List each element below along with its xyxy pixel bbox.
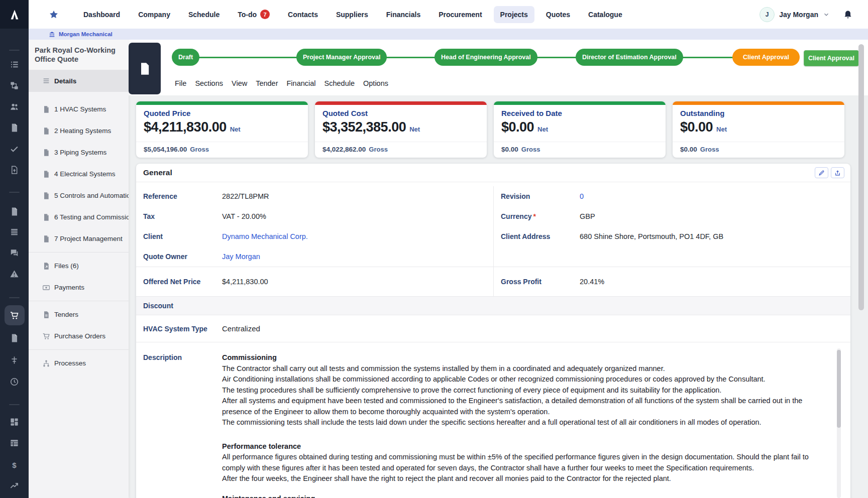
sidebar-item-section-4[interactable]: 4 Electrical Systems [29, 163, 129, 185]
quote-sidebar: Park Royal Co-Working Office Quote Detai… [29, 40, 129, 498]
sidebar-item-tenders[interactable]: Tenders [29, 304, 129, 325]
menu-financial[interactable]: Financial [287, 79, 316, 87]
menu-options[interactable]: Options [363, 79, 388, 87]
nav-procurement[interactable]: Procurement [432, 6, 488, 23]
workflow-stage-client-approval[interactable]: Client Approval [732, 49, 800, 66]
menu-schedule[interactable]: Schedule [324, 79, 355, 87]
breadcrumb[interactable]: Morgan Mechanical [49, 31, 113, 38]
workflow-stage-estimation-approval[interactable]: Director of Estimation Approval [576, 49, 683, 66]
list-icon[interactable] [0, 55, 29, 73]
net-value: $3,352,385.00 [322, 119, 406, 135]
sidebar-item-details[interactable]: Details [29, 70, 129, 92]
cart-icon-active[interactable] [0, 306, 29, 324]
notifications-bell-icon[interactable] [843, 10, 853, 20]
nav-suppliers[interactable]: Suppliers [330, 6, 375, 23]
nav-todo[interactable]: To-do7 [231, 5, 276, 24]
flow-icon [42, 359, 51, 367]
client-approval-button[interactable]: Client Approval [804, 50, 859, 66]
sidebar-item-processes[interactable]: Processes [29, 352, 129, 374]
doc-icon [42, 105, 51, 113]
sitemap-icon[interactable] [0, 76, 29, 94]
rail-divider [9, 50, 20, 51]
sliders-icon[interactable] [0, 351, 29, 369]
sidebar-item-section-1[interactable]: 1 HVAC Systems [29, 98, 129, 120]
description-scrollbar-thumb[interactable] [837, 350, 841, 428]
nav-projects[interactable]: Projects [494, 6, 534, 23]
chevron-down-icon [823, 11, 830, 18]
check-icon[interactable] [0, 140, 29, 158]
document3-icon[interactable] [0, 329, 29, 347]
favorite-star-icon[interactable] [49, 10, 59, 20]
document-icon [138, 60, 152, 77]
hamburger-icon [42, 77, 51, 85]
kpi-quoted-price: Quoted Price $4,211,830.00Net $5,054,196… [136, 101, 308, 158]
users-icon[interactable] [0, 97, 29, 115]
gross-value: $4,022,862.00 [322, 146, 366, 153]
chat-icon[interactable] [0, 243, 29, 262]
sidebar-item-section-6[interactable]: 6 Testing and Commissioning [29, 206, 129, 228]
nav-dashboard[interactable]: Dashboard [77, 6, 127, 23]
sidebar-divider [29, 301, 129, 301]
main-nav: Dashboard Company Schedule To-do7 Contac… [77, 5, 629, 24]
doc-icon [42, 192, 51, 200]
nav-catalogue[interactable]: Catalogue [582, 6, 629, 23]
field-offered-net-price: Offered Net Price$4,211,830.00 [136, 267, 493, 296]
page-scrollbar-thumb[interactable] [858, 44, 864, 310]
user-name: Jay Morgan [779, 11, 818, 19]
cart-icon [42, 332, 51, 340]
menu-tender[interactable]: Tender [256, 79, 278, 87]
workflow-stage-draft[interactable]: Draft [172, 49, 199, 66]
general-card: General Reference2822/TL8PMR TaxVAT - 20… [136, 164, 850, 498]
todo-badge: 7 [260, 10, 270, 19]
trend-icon[interactable] [0, 476, 29, 494]
edit-button[interactable] [815, 167, 828, 178]
kpi-outstanding: Outstanding $0.00Net $0.00Gross [673, 101, 844, 158]
user-menu[interactable]: J Jay Morgan [759, 7, 830, 22]
doc-icon [42, 149, 51, 157]
field-hvac-system-type: HVAC System Type Centralized [136, 315, 850, 342]
discount-section-header: Discount [136, 296, 850, 315]
clock-icon[interactable] [0, 372, 29, 391]
sidebar-item-section-3[interactable]: 3 Piping Systems [29, 142, 129, 163]
rows-icon[interactable] [0, 223, 29, 241]
nav-schedule[interactable]: Schedule [182, 6, 226, 23]
menu-view[interactable]: View [232, 79, 247, 87]
menu-sections[interactable]: Sections [195, 79, 223, 87]
quote-owner-link[interactable]: Jay Morgan [222, 253, 260, 261]
nav-quotes[interactable]: Quotes [539, 6, 577, 23]
field-tax: TaxVAT - 20.00% [136, 206, 493, 226]
field-reference: Reference2822/TL8PMR [136, 186, 493, 206]
sidebar-item-section-2[interactable]: 2 Heating Systems [29, 120, 129, 142]
sidebar-item-purchase-orders[interactable]: Purchase Orders [29, 325, 129, 347]
rail-divider [9, 404, 20, 405]
document-icon[interactable] [0, 118, 29, 137]
rail-divider [9, 297, 20, 298]
top-bar: Dashboard Company Schedule To-do7 Contac… [29, 0, 868, 29]
dollar-icon[interactable] [0, 456, 29, 474]
sidebar-divider [29, 252, 129, 253]
nav-financials[interactable]: Financials [380, 6, 427, 23]
breadcrumb-bar: Morgan Mechanical [29, 29, 868, 40]
client-link[interactable]: Dynamo Mechanical Corp. [222, 232, 308, 240]
sidebar-item-section-7[interactable]: 7 Project Management [29, 228, 129, 250]
export-button[interactable] [831, 167, 844, 178]
table-icon[interactable] [0, 434, 29, 452]
sidebar-item-payments[interactable]: Payments [29, 277, 129, 298]
menu-file[interactable]: File [175, 79, 186, 87]
description-scrollbar-track[interactable] [837, 348, 841, 498]
file-upload-icon[interactable] [0, 161, 29, 179]
gross-value: $0.00 [680, 146, 697, 153]
sidebar-item-section-5[interactable]: 5 Controls and Automation [29, 185, 129, 206]
sidebar-divider [29, 349, 129, 350]
warning-icon[interactable] [0, 265, 29, 283]
workflow-stage-engineering-approval[interactable]: Head of Engineering Approval [435, 49, 537, 66]
document2-icon[interactable] [0, 202, 29, 220]
nav-company[interactable]: Company [132, 6, 177, 23]
dashboard-grid-icon[interactable] [0, 413, 29, 431]
app-rail [0, 0, 29, 498]
nav-contacts[interactable]: Contacts [281, 6, 324, 23]
sidebar-item-files[interactable]: Files (6) [29, 255, 129, 277]
revision-link[interactable]: 0 [580, 192, 584, 200]
app-logo[interactable] [0, 0, 29, 29]
workflow-stage-pm-approval[interactable]: Project Manager Approval [296, 49, 387, 66]
